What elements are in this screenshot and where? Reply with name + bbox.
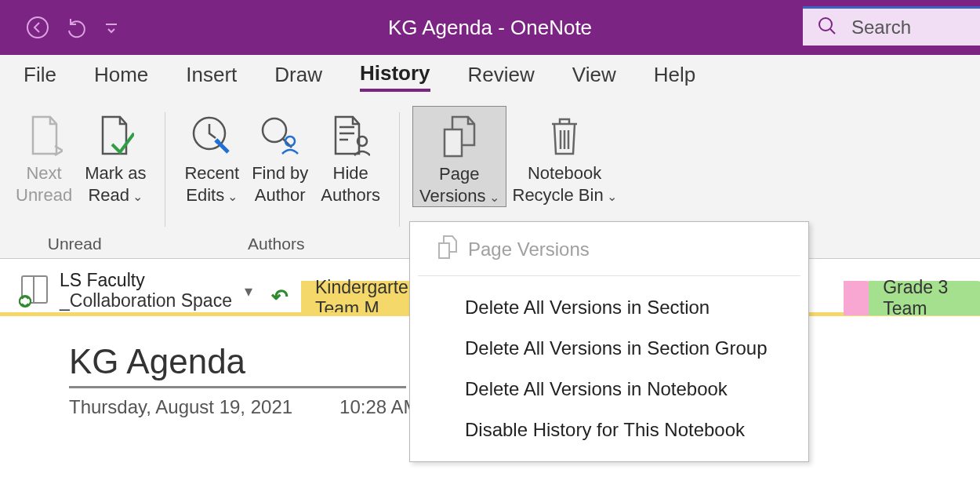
window-title: KG Agenda - OneNote (388, 16, 592, 40)
dd-delete-group[interactable]: Delete All Versions in Section Group (410, 328, 808, 369)
dd-disable-history[interactable]: Disable History for This Notebook (410, 410, 808, 450)
page-person-icon (331, 109, 370, 162)
page-date[interactable]: Thursday, August 19, 2021 (69, 396, 292, 418)
svg-point-0 (27, 17, 48, 38)
search-icon (817, 16, 837, 39)
tab-grade3[interactable]: Grade 3 Team (869, 281, 980, 315)
notebook-name-block: LS Faculty _Collaboration Space (60, 271, 232, 311)
chevron-down-icon: ⌄ (489, 191, 499, 204)
undo-icon[interactable] (64, 15, 89, 40)
recent-edits-button[interactable]: RecentEdits⌄ (178, 106, 245, 206)
menu-bar: File Home Insert Draw History Review Vie… (0, 55, 980, 98)
group-label-unread: Unread (0, 235, 149, 253)
ribbon-group-authors: RecentEdits⌄ Find byAuthor HideAuthors A… (169, 98, 396, 258)
page-title[interactable]: KG Agenda (69, 342, 406, 388)
section-group-name: _Collaboration Space (60, 291, 232, 311)
search-person-icon (259, 109, 301, 162)
svg-point-3 (263, 118, 286, 142)
page-versions-dropdown: Page Versions Delete All Versions in Sec… (409, 221, 809, 462)
page-time[interactable]: 10:28 AM (339, 396, 419, 418)
notebook-picker[interactable]: LS Faculty _Collaboration Space ▾ (0, 266, 265, 315)
notebook-icon (16, 271, 52, 311)
find-by-author-button[interactable]: Find byAuthor (245, 106, 314, 206)
menu-home[interactable]: Home (94, 63, 148, 90)
page-next-icon (25, 109, 63, 162)
titlebar-left-controls (0, 15, 119, 40)
title-bar: KG Agenda - OneNote Search (0, 0, 980, 55)
menu-insert[interactable]: Insert (186, 63, 237, 90)
chevron-down-icon: ⌄ (607, 190, 617, 203)
chevron-down-icon: ⌄ (227, 190, 238, 203)
clock-edit-icon (191, 109, 233, 162)
menu-draw[interactable]: Draw (274, 63, 322, 90)
page-versions-button[interactable]: PageVersions⌄ (412, 106, 506, 207)
customize-qat-icon[interactable] (103, 15, 119, 40)
group-label-authors: Authors (169, 235, 383, 253)
menu-view[interactable]: View (572, 63, 616, 90)
chevron-down-icon: ▾ (240, 282, 257, 300)
notebook-recycle-bin-button[interactable]: NotebookRecycle Bin⌄ (506, 106, 623, 207)
menu-help[interactable]: Help (654, 63, 695, 90)
notebook-name: LS Faculty (60, 271, 232, 290)
menu-file[interactable]: File (24, 63, 56, 90)
trash-icon (547, 109, 582, 162)
hide-authors-button[interactable]: HideAuthors (314, 106, 387, 206)
svg-point-1 (819, 18, 832, 31)
back-icon[interactable] (25, 15, 50, 40)
menu-review[interactable]: Review (468, 63, 535, 90)
dd-delete-section[interactable]: Delete All Versions in Section (410, 287, 808, 328)
dd-delete-notebook[interactable]: Delete All Versions in Notebook (410, 369, 808, 410)
sync-icon[interactable]: ↶ (265, 285, 295, 309)
search-box[interactable]: Search (803, 6, 980, 46)
dropdown-header: Page Versions (418, 228, 800, 276)
menu-history[interactable]: History (360, 61, 430, 92)
ribbon-separator (165, 112, 165, 227)
next-unread-button: NextUnread (9, 106, 78, 206)
ribbon-group-unread: NextUnread Mark asRead⌄ Unread (0, 98, 162, 258)
page-check-icon (96, 109, 134, 162)
mark-as-read-button[interactable]: Mark asRead⌄ (78, 106, 152, 206)
page-versions-icon (440, 110, 479, 163)
svg-point-4 (285, 137, 295, 146)
page-versions-icon (437, 235, 459, 264)
chevron-down-icon: ⌄ (132, 190, 143, 203)
ribbon-separator (399, 112, 400, 227)
search-placeholder: Search (851, 16, 911, 38)
